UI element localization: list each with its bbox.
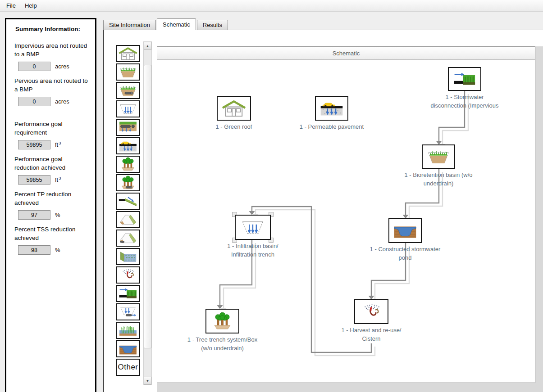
node-bioretention-basin-1[interactable]: [422, 144, 455, 169]
node-label-line: Infiltration trench: [227, 250, 278, 259]
pervious-area-not-routed-value[interactable]: 0: [18, 97, 50, 106]
bioretention-basin-icon: [424, 148, 452, 166]
node-label-line: Cistern: [342, 334, 402, 343]
performance-goal-requirement-value[interactable]: 59895: [18, 140, 50, 149]
node-permeable-pavement-1[interactable]: [315, 96, 348, 121]
menu-item-file[interactable]: File: [2, 1, 20, 10]
node-label-line: underdrain): [404, 179, 472, 188]
summary-fields: Impervious area not routed to a BMP0acre…: [14, 41, 88, 255]
node-label-line: 1 - Tree trench system/Box: [187, 335, 257, 344]
performance-goal-reduction-achieved-row: 59855ft3: [18, 175, 88, 185]
harvest-cistern-icon: [357, 302, 386, 321]
toolbox-item-stormwater-disconnection[interactable]: [116, 285, 140, 302]
toolbox-item-swale-main-channel-underdrain[interactable]: [116, 230, 140, 247]
impervious-area-not-routed-value[interactable]: 0: [18, 62, 50, 71]
tab-schematic[interactable]: Schematic: [157, 18, 196, 30]
node-label-line: 1 - Infiltration basin/: [227, 242, 278, 250]
bmp-toolbox: Other: [116, 45, 141, 377]
node-label-line: disconnection (Impervious: [430, 101, 498, 110]
permeable-pavement-icon: [118, 139, 138, 153]
schematic-canvas[interactable]: Schematic 1 - Green roof1 - Permeable pa…: [157, 46, 535, 383]
toolbox-item-stormwater-wetland[interactable]: [116, 322, 140, 339]
node-label-line: 1 - Constructed stormwater: [370, 245, 441, 253]
node-label-constructed-pond-1: 1 - Constructed stormwaterpond: [370, 245, 441, 262]
swale-main-channel-icon: [118, 212, 138, 227]
percent-tp-reduction-value[interactable]: 97: [18, 210, 50, 220]
stormwater-wetland-icon: [118, 323, 138, 338]
stormwater-disconnection-icon: [118, 286, 138, 301]
green-roof-icon: [118, 46, 138, 61]
constructed-pond-icon: [118, 342, 138, 356]
node-label-harvest-cistern-1: 1 - Harvest and re-use/Cistern: [342, 326, 402, 343]
toolbox-item-bioretention-basin[interactable]: [116, 63, 140, 81]
permeable-pavement-underdrain-icon: [118, 120, 138, 135]
infiltration-basin-icon: [237, 218, 268, 237]
toolbox-item-harvest-cistern[interactable]: [116, 266, 140, 284]
percent-tp-reduction-unit: %: [55, 212, 60, 218]
impervious-area-not-routed-unit: acres: [55, 63, 69, 70]
scrollbar-up-button[interactable]: ▲: [144, 42, 151, 50]
bioretention-basin-icon: [118, 65, 138, 79]
node-label-infiltration-basin-1: 1 - Infiltration basin/Infiltration tren…: [227, 242, 278, 259]
performance-goal-requirement-unit: ft3: [55, 141, 61, 148]
harvest-cistern-icon: [118, 268, 138, 282]
pervious-area-not-routed-unit: acres: [55, 98, 69, 105]
tree-trench-underdrain-icon: [118, 176, 138, 190]
summary-heading: Summary Information:: [15, 26, 88, 32]
percent-tss-reduction-value[interactable]: 98: [18, 245, 50, 255]
constructed-pond-icon: [391, 221, 419, 240]
node-tree-trench-1[interactable]: [205, 309, 239, 333]
node-label-line: 1 - Harvest and re-use/: [342, 326, 402, 334]
toolbox-item-wet-swale[interactable]: [116, 248, 140, 265]
toolbox-scrollbar[interactable]: ▲ ▼: [143, 41, 152, 385]
node-label-tree-trench-1: 1 - Tree trench system/Box(w/o underdrai…: [187, 335, 257, 352]
performance-goal-reduction-achieved-value[interactable]: 59855: [18, 175, 50, 185]
toolbox-item-bioretention-basin-underdrain[interactable]: [116, 82, 140, 99]
percent-tss-reduction-unit: %: [55, 247, 60, 253]
toolbox-item-sand-filter[interactable]: [116, 303, 140, 320]
summary-field-percent-tp-reduction: Percent TP reduction achieved97%: [14, 190, 88, 220]
node-label-bioretention-basin-1: 1 - Bioretention basin (w/ounderdrain): [404, 171, 472, 188]
scrollbar-down-button[interactable]: ▼: [144, 377, 151, 385]
toolbox-item-other[interactable]: Other: [116, 359, 140, 376]
menu-bar: FileHelp: [0, 0, 543, 12]
percent-tss-reduction-row: 98%: [18, 245, 88, 255]
menu-item-help[interactable]: Help: [20, 1, 41, 10]
toolbox-item-tree-trench-underdrain[interactable]: [116, 174, 140, 191]
tree-trench-icon: [118, 157, 138, 171]
scrollbar-thumb[interactable]: [144, 65, 151, 348]
node-green-roof-1[interactable]: [217, 96, 251, 121]
tab-bar: Site InformationSchematicResults: [103, 20, 229, 30]
performance-goal-requirement-label: Performance goal requirement: [14, 120, 88, 137]
toolbox-item-permeable-pavement[interactable]: [116, 137, 140, 154]
performance-goal-requirement-row: 59895ft3: [18, 140, 88, 149]
node-harvest-cistern-1[interactable]: [354, 299, 388, 324]
node-label-stormwater-disconnection-1: 1 - Stormwaterdisconnection (Impervious: [430, 93, 498, 110]
node-constructed-pond-1[interactable]: [388, 218, 422, 243]
summary-field-performance-goal-requirement: Performance goal requirement59895ft3: [14, 120, 88, 149]
tab-results[interactable]: Results: [197, 20, 228, 30]
node-infiltration-basin-1[interactable]: [235, 215, 271, 240]
percent-tss-reduction-label: Percent TSS reduction achieved: [14, 225, 88, 242]
wet-swale-icon: [118, 249, 138, 264]
green-roof-icon: [219, 99, 248, 117]
summary-field-performance-goal-reduction-achieved: Performance goal reduction achieved59855…: [14, 155, 88, 185]
pervious-area-not-routed-label: Pervious area not routed to a BMP: [14, 77, 88, 94]
toolbox-item-permeable-pavement-underdrain[interactable]: [116, 119, 140, 136]
swale-main-channel-underdrain-icon: [118, 231, 138, 245]
toolbox-item-green-roof[interactable]: [116, 45, 140, 62]
toolbox-item-infiltration-basin[interactable]: [116, 100, 140, 117]
node-stormwater-disconnection-1[interactable]: [448, 67, 481, 91]
summary-field-percent-tss-reduction: Percent TSS reduction achieved98%: [14, 225, 88, 255]
toolbox-item-swale-side-slope[interactable]: [116, 193, 140, 210]
infiltration-basin-icon: [118, 102, 138, 116]
toolbox-item-constructed-pond[interactable]: [116, 340, 140, 357]
toolbox-item-swale-main-channel[interactable]: [116, 211, 140, 228]
tab-site-information[interactable]: Site Information: [103, 20, 156, 30]
performance-goal-reduction-achieved-unit: ft3: [55, 176, 61, 183]
node-label-line: 1 - Bioretention basin (w/o: [404, 171, 472, 179]
summary-panel: Summary Information: Impervious area not…: [5, 18, 96, 392]
toolbox-item-tree-trench[interactable]: [116, 156, 140, 173]
summary-field-pervious-area-not-routed: Pervious area not routed to a BMP0acres: [14, 77, 88, 106]
node-label-line: pond: [370, 253, 441, 262]
